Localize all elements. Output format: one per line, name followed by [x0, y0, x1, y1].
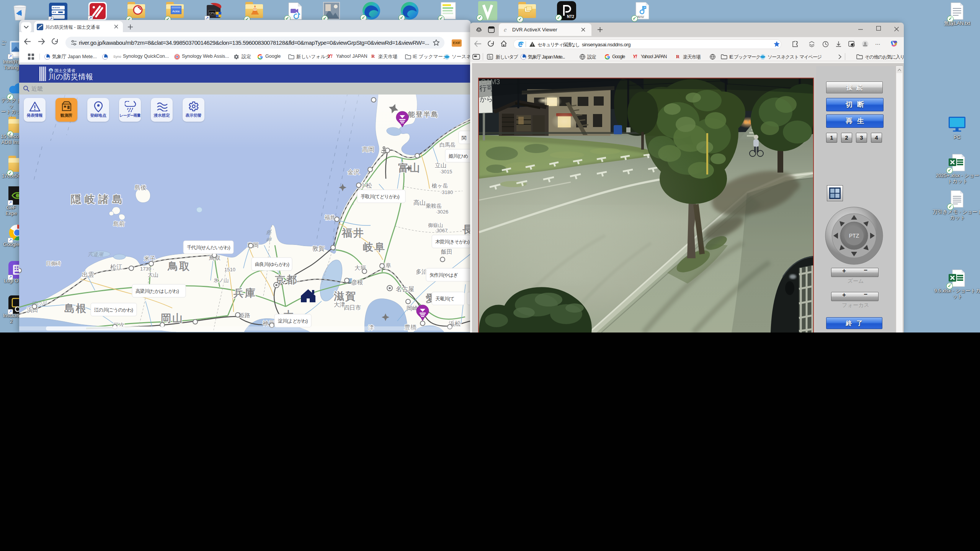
svg-text:NT2: NT2 [567, 15, 574, 19]
svg-text:岡崎: 岡崎 [407, 305, 418, 311]
svg-text:岡山: 岡山 [161, 313, 184, 324]
svg-text:大津: 大津 [334, 301, 345, 308]
svg-text:大山: 大山 [148, 272, 158, 278]
svg-text:飯田: 飯田 [441, 248, 452, 255]
svg-text:氷ノ山: 氷ノ山 [214, 277, 229, 283]
svg-text:岐阜: 岐阜 [363, 241, 386, 253]
svg-text:高山: 高山 [413, 199, 426, 206]
svg-text:敦賀: 敦賀 [312, 245, 325, 252]
svg-text:矢作川(やはぎ: 矢作川(やはぎ [430, 272, 458, 278]
svg-text:千代川(せんだいがわ): 千代川(せんだいがわ) [187, 245, 230, 250]
svg-text:滋賀: 滋賀 [333, 290, 357, 302]
svg-text:兵庫: 兵庫 [233, 287, 256, 299]
svg-text:鳥取: 鳥取 [167, 261, 191, 272]
svg-text:福井: 福井 [341, 227, 365, 239]
svg-text:島後: 島後 [135, 184, 146, 191]
svg-text:能登半島: 能登半島 [408, 111, 439, 118]
svg-text:·3015: ·3015 [439, 169, 452, 174]
svg-text:·3026: ·3026 [436, 209, 448, 215]
svg-text:出雲: 出雲 [82, 271, 94, 278]
svg-text:島前: 島前 [113, 220, 125, 227]
svg-text:米子: 米子 [144, 255, 155, 262]
svg-text:長: 長 [462, 224, 471, 235]
svg-text:1739 ·: 1739 · [140, 266, 154, 272]
svg-text:乗鞍岳: 乗鞍岳 [426, 203, 442, 209]
svg-text:立山: 立山 [435, 162, 446, 168]
svg-text:江の川(ごうのかわ): 江の川(ごうのかわ) [94, 307, 133, 313]
svg-text:Ackie: Ackie [172, 10, 180, 13]
svg-text:金沢: 金沢 [348, 169, 360, 175]
svg-text:白馬岳: 白馬岳 [439, 142, 456, 148]
svg-text:天竜川(て: 天竜川(て [435, 296, 454, 302]
svg-text:隠岐諸島: 隠岐諸島 [71, 194, 126, 205]
svg-text:松江: 松江 [110, 264, 122, 270]
svg-text:高岡: 高岡 [362, 146, 374, 153]
svg-text:宍道湖: 宍道湖 [88, 251, 104, 257]
svg-text:福井: 福井 [325, 214, 335, 220]
svg-text:槍ヶ岳: 槍ヶ岳 [431, 183, 448, 189]
svg-text:高梁川(たかはしがわ): 高梁川(たかはしがわ) [136, 289, 179, 294]
svg-text:1510: 1510 [224, 267, 235, 272]
svg-text:由良川(ゆらがわ): 由良川(ゆらがわ) [255, 262, 289, 267]
svg-text:御嶽山: 御嶽山 [428, 222, 443, 228]
svg-text:姫川(ひめ: 姫川(ひめ [448, 153, 468, 159]
svg-text:木曽川(きそがわ): 木曽川(きそがわ) [435, 239, 470, 245]
svg-text:名古屋: 名古屋 [396, 286, 414, 292]
svg-text:小松: 小松 [360, 182, 372, 189]
svg-text:日御碕: 日御碕 [46, 261, 61, 266]
svg-text:多治: 多治 [416, 268, 427, 275]
svg-text:PTZ: PTZ [849, 233, 859, 239]
svg-text:彦根: 彦根 [351, 279, 363, 285]
svg-text:·3067: ·3067 [435, 228, 448, 233]
svg-text:関: 関 [462, 135, 466, 141]
svg-text:手取川(てどりがわ): 手取川(てどりがわ) [361, 194, 400, 199]
svg-text:CPU: CPU [209, 11, 216, 15]
svg-text:淀川(よどがわ): 淀川(よどがわ) [278, 318, 308, 324]
svg-text:島根: 島根 [64, 303, 87, 314]
svg-text:·3180: ·3180 [440, 189, 453, 195]
svg-text:四日市: 四日市 [344, 304, 361, 311]
